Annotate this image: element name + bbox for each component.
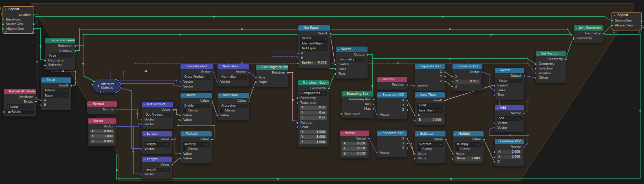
reroute-node[interactable]	[489, 135, 491, 136]
node-separate-xyz-3[interactable]: ⌄Separate XYZXYZVector	[377, 130, 407, 158]
value-field[interactable]: Y1.000	[90, 134, 114, 139]
reroute-node[interactable]	[488, 149, 489, 150]
dropdown[interactable]: Length⌄	[144, 168, 170, 172]
reroute-node[interactable]	[36, 99, 38, 100]
node-header[interactable]: ⌄Switch	[336, 47, 368, 52]
reroute-node[interactable]	[213, 125, 215, 127]
collapse-chevron-icon[interactable]: ⌄	[182, 64, 184, 69]
node-vector-2[interactable]: ⌄VectorVectorX0.000Y0.000Z0.000	[339, 130, 369, 159]
reroute-node[interactable]	[527, 135, 529, 136]
node-header[interactable]: ⌄Multiply	[453, 131, 484, 136]
collapse-chevron-icon[interactable]: ⌄	[43, 77, 45, 83]
dropdown[interactable]: Length⌄	[144, 142, 170, 147]
checkbox[interactable]	[183, 109, 186, 112]
geometry-socket[interactable]	[340, 112, 343, 115]
node-header[interactable]: ⌄Separate XYZ	[377, 131, 407, 136]
value-field[interactable]: Epsilon0.001	[300, 61, 328, 65]
dropdown[interactable]: Geometry⌄	[338, 58, 365, 62]
node-header[interactable]: ⌄Normal	[87, 101, 117, 107]
node-normalize[interactable]: ⌄NormalizeVectorNormalize⌄Vector	[217, 64, 249, 87]
value-field[interactable]: X0.000	[90, 129, 114, 134]
reroute-node[interactable]	[133, 125, 134, 127]
value-field[interactable]: X0 m	[300, 106, 327, 110]
node-header[interactable]: ⌄Dot Product	[142, 102, 173, 107]
node-multiply-2[interactable]: ⌄MultiplyValueMultiply⌄ClampValueValue2.…	[453, 131, 484, 164]
node-join-geometry[interactable]: ⌄Join GeometryGeometryGeometry	[573, 25, 604, 43]
reroute-node[interactable]	[173, 83, 174, 85]
collapse-chevron-icon[interactable]: ⌄	[143, 102, 145, 107]
dropdown[interactable]: Add⌄	[497, 116, 522, 121]
node-combine-xyz-1[interactable]: ⌄Combine XYZVectorXY0.000Z	[452, 64, 483, 91]
node-less-than[interactable]: ⌄Less ThanResultFloat⌄Less Than⌄AB0.000	[415, 92, 445, 125]
dropdown[interactable]: Normalize⌄	[220, 75, 247, 80]
reroute-node[interactable]	[176, 80, 178, 82]
alignedgeo-socket[interactable]	[611, 24, 613, 27]
dropdown[interactable]: Float⌄	[417, 103, 443, 108]
collapse-chevron-icon[interactable]: ⌄	[89, 118, 92, 124]
node-header[interactable]: ⌄Subtract	[415, 131, 445, 136]
reroute-node[interactable]	[603, 16, 605, 18]
collapse-chevron-icon[interactable]: ⌄	[299, 80, 301, 85]
false-socket[interactable]	[334, 68, 337, 70]
dropdown[interactable]: Equal⌄	[43, 93, 69, 98]
node-arccosine[interactable]: ⌄ArccosineValueArccosine⌄ClampValue	[217, 92, 249, 120]
iterations-socket[interactable]	[2, 18, 4, 21]
min-socket[interactable]	[372, 103, 375, 106]
reroute-node[interactable]	[75, 70, 77, 72]
geometry-socket[interactable]	[535, 63, 537, 65]
collapse-chevron-icon[interactable]: ⌄	[219, 93, 221, 98]
value-field[interactable]: X1.000	[300, 130, 327, 134]
node-equal[interactable]: ⌄EqualResultInteger⌄Equal⌄AB	[41, 77, 71, 110]
text-field[interactable]: uvRotate	[6, 110, 34, 115]
collapse-chevron-icon[interactable]: ⌄	[496, 139, 499, 144]
collapse-chevron-icon[interactable]: ⌄	[379, 131, 381, 136]
node-multiply-1[interactable]: ⌄MultiplyValueMultiply⌄ClampValueValue	[180, 131, 212, 164]
value-field[interactable]: Z0.000	[90, 140, 114, 144]
node-header[interactable]: ⌄Bounding Box	[342, 91, 373, 97]
axis-socket[interactable]	[255, 76, 257, 79]
zone-extend-socket[interactable]	[613, 31, 615, 33]
collapse-chevron-icon[interactable]: ⌄	[182, 131, 184, 136]
value-field[interactable]: Z0 m	[300, 116, 327, 120]
node-header[interactable]: ⌄Transform Geometry	[298, 80, 329, 85]
collapse-chevron-icon[interactable]: ⌄	[219, 64, 221, 69]
node-position[interactable]: ⌄PositionPosition	[377, 76, 407, 90]
dropdown[interactable]: Components⌄	[300, 91, 327, 96]
reroute-node[interactable]	[138, 125, 140, 127]
node-switch-vector[interactable]: ⌄SwitchOutputVector⌄SwitchFalseTrue	[494, 67, 524, 100]
node-header[interactable]: ⌄Combine XYZ	[452, 64, 482, 69]
reroute-node[interactable]	[292, 72, 294, 73]
node-set-position[interactable]: ⌄Set PositionGeometryGeometrySelectionPo…	[536, 51, 566, 83]
collapse-chevron-icon[interactable]: ⌄	[47, 38, 49, 43]
collapse-chevron-icon[interactable]: ⌄	[257, 65, 260, 70]
collapse-chevron-icon[interactable]: ⌄	[537, 51, 540, 56]
node-header[interactable]: ⌄Vector	[340, 131, 369, 136]
collapse-chevron-icon[interactable]: ⌄	[5, 89, 8, 94]
node-length-1[interactable]: ⌄LengthValueLength⌄Vector	[141, 131, 172, 154]
name-socket[interactable]	[2, 111, 5, 113]
dropdown[interactable]: Divide⌄	[183, 104, 210, 108]
reroute-node[interactable]	[174, 138, 176, 140]
collapse-chevron-icon[interactable]: ⌄	[416, 131, 419, 136]
node-header[interactable]: ⌄Cross Product	[180, 64, 213, 69]
node-named-attribute[interactable]: ⌄Named AttributeAttributeExistsInteger⌄u…	[3, 89, 36, 117]
node-header[interactable]: ⌄Separate Geometry	[45, 38, 75, 43]
reroute-node[interactable]	[372, 58, 373, 60]
translation-socket[interactable]	[296, 102, 299, 104]
reroute-node[interactable]	[134, 62, 136, 64]
collapse-chevron-icon[interactable]: ⌄	[379, 92, 381, 98]
collapse-chevron-icon[interactable]: ⌄	[496, 68, 499, 73]
geometry-socket[interactable]	[44, 59, 46, 62]
value-field[interactable]: X0.000	[342, 142, 367, 146]
collapse-chevron-icon[interactable]: ⌄	[416, 92, 419, 98]
dropdown[interactable]: Face⌄	[47, 53, 73, 58]
collapse-chevron-icon[interactable]: ⌄	[575, 25, 577, 31]
node-add[interactable]: ⌄AddVectorAdd⌄VectorVector	[494, 105, 524, 133]
reroute-node[interactable]	[137, 108, 139, 110]
node-header[interactable]: ⌄Not Equal	[298, 25, 330, 31]
node-header[interactable]: ⌄Repeat	[3, 7, 34, 12]
dropdown[interactable]: Subtract⌄	[417, 142, 443, 147]
reroute-node[interactable]	[639, 34, 641, 36]
dropdown[interactable]: Cross Product⌄	[183, 75, 211, 80]
checkbox[interactable]	[220, 109, 223, 112]
